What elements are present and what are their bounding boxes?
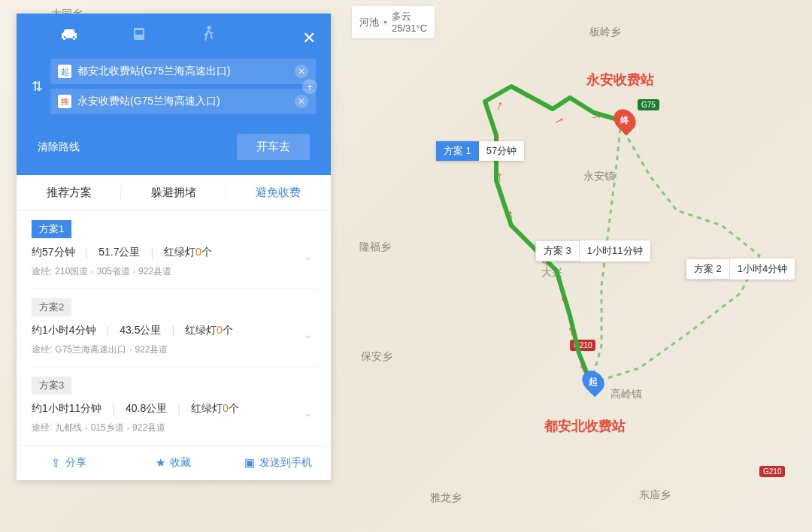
walk-mode-icon[interactable] (196, 26, 220, 44)
chevron-right-icon: › (133, 268, 135, 276)
send-to-phone-button[interactable]: ▣发送到手机 (226, 446, 331, 480)
end-annotation: 永安收费站 (586, 71, 654, 89)
route-tag-label: 方案 1 (436, 141, 479, 161)
swap-icon[interactable]: ⇅ (32, 78, 43, 95)
clear-route-link[interactable]: 清除路线 (38, 141, 80, 154)
chevron-right-icon: › (85, 424, 87, 432)
origin-text: 都安北收费站(G75兰海高速出口) (77, 65, 289, 78)
highway-shield-g210: G210 (570, 340, 595, 351)
map-label: 永安镇 (583, 170, 615, 183)
route-tag-label: 方案 3 (535, 240, 580, 261)
route-tag-plan3[interactable]: 方案 3 1小时11分钟 (535, 240, 650, 261)
drive-button[interactable]: 开车去 (237, 134, 310, 160)
via-segment: 210国道 (55, 265, 88, 278)
route-lights: 红绿灯0个 (164, 246, 212, 259)
chevron-down-icon[interactable]: ⌄ (304, 328, 313, 340)
panel-footer: ⇪分享 ★收藏 ▣发送到手机 (17, 445, 331, 480)
panel-header: ✕ ⇅ 起 都安北收费站(G75兰海高速出口) ✕ 终 永安收费站(G75兰海高… (17, 14, 331, 175)
start-annotation: 都安北收费站 (544, 417, 626, 435)
map-label: 雅龙乡 (430, 491, 462, 505)
route-tag-time: 57分钟 (479, 141, 524, 161)
svg-point-2 (208, 26, 211, 30)
destination-text: 永安收费站(G75兰海高速入口) (77, 95, 289, 108)
via-label: 途经: (32, 422, 52, 434)
weather-widget[interactable]: 河池 ▾ 多云 25/31°C (352, 6, 435, 38)
map-label: 东庙乡 (639, 488, 671, 502)
via-segment: 015乡道 (91, 422, 124, 434)
via-segment: 922县道 (132, 422, 165, 434)
via-segment: G75兰海高速出口 (55, 343, 126, 356)
route-via: 途经:G75兰海高速出口›922县道 (32, 343, 316, 356)
map-label: 保安乡 (361, 350, 392, 364)
bus-mode-icon[interactable] (127, 26, 151, 44)
route-name-badge: 方案2 (32, 298, 71, 316)
action-row: 清除路线 开车去 (17, 126, 331, 175)
route-summary: 约1小时11分钟| 40.8公里| 红绿灯0个 (32, 402, 316, 416)
route-via: 途经:九都线›015乡道›922县道 (32, 422, 316, 434)
tab-avoid-toll[interactable]: 避免收费 (226, 175, 331, 210)
weather-city: 河池 (359, 16, 379, 29)
route-lights: 红绿灯0个 (185, 324, 233, 337)
route-tag-time: 1小时4分钟 (730, 259, 795, 279)
filter-tabs: 推荐方案 躲避拥堵 避免收费 (17, 175, 331, 211)
via-segment: 305省道 (97, 265, 130, 278)
weather-temp: 25/31°C (392, 23, 427, 35)
weather-condition: 多云 (392, 11, 427, 23)
route-item[interactable]: 方案3 约1小时11分钟| 40.8公里| 红绿灯0个 途经:九都线›015乡道… (32, 367, 316, 445)
route-distance: 43.5公里 (120, 324, 161, 337)
chevron-right-icon: › (91, 268, 93, 276)
chevron-right-icon: › (129, 346, 132, 354)
direction-arrow-icon: ↑ (495, 169, 504, 186)
tab-recommended[interactable]: 推荐方案 (17, 175, 121, 210)
map-label: 板岭乡 (589, 26, 621, 39)
route-summary: 约1小时4分钟| 43.5公里| 红绿灯0个 (32, 324, 316, 337)
route-via: 途经:210国道›305省道›922县道 (32, 265, 316, 278)
via-label: 途经: (32, 343, 52, 356)
favorite-button[interactable]: ★收藏 (121, 446, 226, 480)
route-summary: 约57分钟| 51.7公里| 红绿灯0个 (32, 246, 316, 259)
route-time: 约57分钟 (32, 246, 75, 259)
via-segment: 922县道 (138, 265, 171, 278)
route-item[interactable]: 方案1 约57分钟| 51.7公里| 红绿灯0个 途经:210国道›305省道›… (32, 211, 316, 289)
chevron-down-icon[interactable]: ⌄ (304, 407, 313, 419)
star-icon: ★ (156, 456, 165, 470)
route-distance: 40.8公里 (126, 402, 167, 416)
close-icon[interactable]: ✕ (302, 29, 316, 48)
add-waypoint-icon[interactable]: + (302, 79, 317, 94)
map-label: 隆福乡 (359, 240, 391, 254)
clear-origin-icon[interactable]: ✕ (295, 65, 308, 78)
clear-destination-icon[interactable]: ✕ (295, 95, 308, 108)
transport-mode-tabs (17, 14, 331, 50)
route-distance: 51.7公里 (98, 246, 140, 259)
route-name-badge: 方案1 (32, 220, 71, 238)
dropdown-arrow-icon: ▾ (383, 18, 387, 26)
highway-shield-g210: G210 (759, 466, 785, 477)
route-tag-label: 方案 2 (686, 258, 730, 280)
origin-badge: 起 (58, 65, 71, 78)
destination-input[interactable]: 终 永安收费站(G75兰海高速入口) ✕ (50, 89, 316, 114)
chevron-down-icon[interactable]: ⌄ (304, 250, 313, 262)
route-time: 约1小时11分钟 (32, 402, 102, 416)
svg-rect-1 (135, 30, 143, 35)
via-label: 途经: (32, 265, 52, 278)
route-list: 方案1 约57分钟| 51.7公里| 红绿灯0个 途经:210国道›305省道›… (17, 211, 331, 445)
route-time: 约1小时4分钟 (32, 324, 96, 337)
tab-avoid-congestion[interactable]: 躲避拥堵 (121, 175, 226, 210)
origin-input[interactable]: 起 都安北收费站(G75兰海高速出口) ✕ (50, 59, 316, 84)
chevron-right-icon: › (127, 424, 129, 432)
phone-icon: ▣ (244, 456, 255, 470)
route-name-badge: 方案3 (32, 376, 71, 394)
car-mode-icon[interactable] (57, 26, 81, 44)
via-segment: 九都线 (55, 422, 82, 434)
directions-panel: ✕ ⇅ 起 都安北收费站(G75兰海高速出口) ✕ 终 永安收费站(G75兰海高… (17, 14, 331, 480)
route-inputs: ⇅ 起 都安北收费站(G75兰海高速出口) ✕ 终 永安收费站(G75兰海高速入… (17, 50, 331, 126)
route-lights: 红绿灯0个 (191, 402, 239, 416)
route-tag-plan2[interactable]: 方案 2 1小时4分钟 (686, 258, 795, 280)
route-tag-plan1[interactable]: 方案 1 57分钟 (436, 141, 524, 161)
highway-shield-g75: G75 (638, 99, 659, 110)
destination-badge: 终 (58, 95, 71, 108)
share-button[interactable]: ⇪分享 (17, 446, 121, 480)
route-item[interactable]: 方案2 约1小时4分钟| 43.5公里| 红绿灯0个 途经:G75兰海高速出口›… (32, 289, 316, 367)
via-segment: 922县道 (135, 343, 168, 356)
share-icon: ⇪ (51, 456, 61, 470)
